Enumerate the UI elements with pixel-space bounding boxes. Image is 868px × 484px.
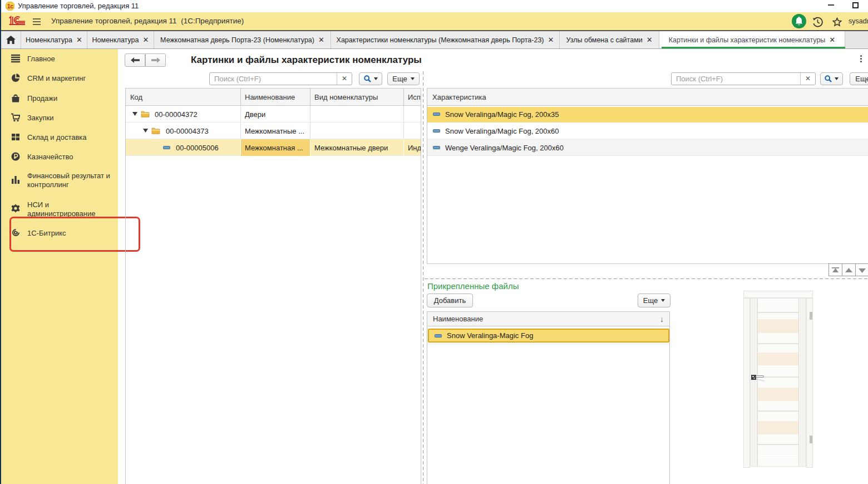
svg-text:1с: 1с: [7, 3, 14, 9]
